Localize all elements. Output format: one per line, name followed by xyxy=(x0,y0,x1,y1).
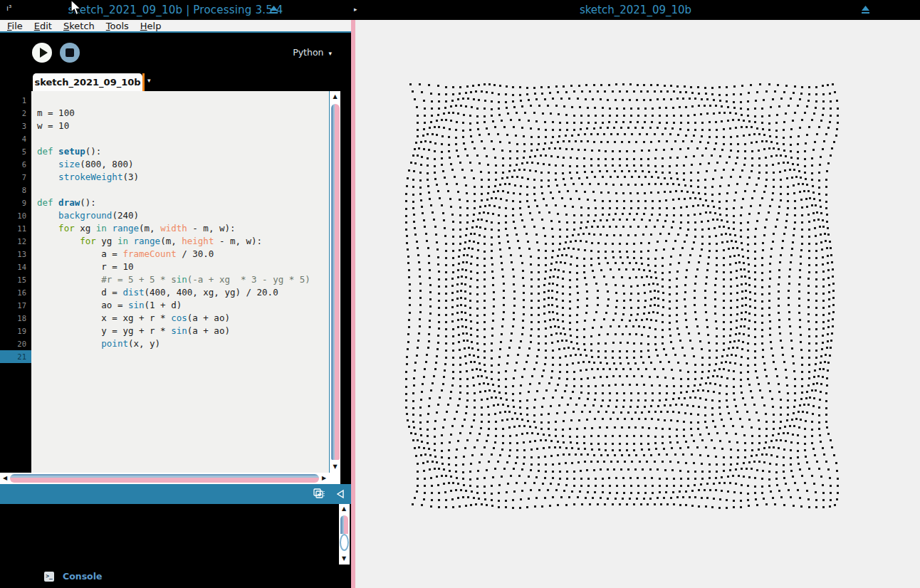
sketch-canvas-area xyxy=(351,20,920,588)
console-panel: ▲ ▼ >_ Console xyxy=(0,504,351,588)
console-tab[interactable]: >_ Console xyxy=(44,571,102,582)
code-line-text: for xg in range(m, width - m, w): xyxy=(31,222,236,235)
ide-titlebar: ı³ sketch_2021_09_10b | Processing 3.5.4 xyxy=(0,0,351,20)
code-line-text: for yg in range(m, height - m, w): xyxy=(31,235,262,248)
scroll-down-icon[interactable]: ▼ xyxy=(339,554,349,564)
line-number: 20 xyxy=(0,337,31,350)
line-number: 3 xyxy=(0,120,31,132)
line-number: 10 xyxy=(0,209,31,222)
code-line-text: ao = sin(1 + d) xyxy=(31,299,182,312)
console-scroll-thumb[interactable] xyxy=(340,515,348,534)
scrollbar-corner xyxy=(329,473,340,484)
console-scrollbar[interactable]: ▲ ▼ xyxy=(339,504,350,565)
scroll-down-icon[interactable]: ▼ xyxy=(330,461,340,473)
code-line[interactable]: 5def setup(): xyxy=(0,145,329,158)
scroll-up-icon[interactable]: ▲ xyxy=(330,91,340,103)
code-line[interactable]: 3w = 10 xyxy=(0,120,329,132)
code-line[interactable]: 10 background(240) xyxy=(0,209,329,222)
collapse-console-icon[interactable] xyxy=(335,489,345,499)
code-line[interactable]: 8 xyxy=(0,184,329,196)
run-button[interactable] xyxy=(32,43,52,63)
code-line-text: def draw(): xyxy=(31,196,96,209)
code-line-text: #r = 5 + 5 * sin(-a + xg * 3 - yg * 5) xyxy=(31,273,310,286)
eject-icon[interactable] xyxy=(861,6,870,14)
code-line-text xyxy=(31,132,37,145)
code-line[interactable]: 12 for yg in range(m, height - m, w): xyxy=(0,235,329,248)
mouse-pointer-icon xyxy=(69,0,83,17)
tab-strip: sketch_2021_09_10b ▾ xyxy=(0,71,351,91)
code-line[interactable]: 9def draw(): xyxy=(0,196,329,209)
line-number: 15 xyxy=(0,273,31,286)
toolbar: Python▾ xyxy=(0,34,351,71)
menu-item-edit[interactable]: Edit xyxy=(34,21,52,31)
stop-button[interactable] xyxy=(60,43,80,63)
scroll-up-icon[interactable]: ▲ xyxy=(339,504,349,514)
code-line[interactable]: 20 point(x, y) xyxy=(0,337,329,350)
code-line-text: x = xg + r * cos(a + ao) xyxy=(31,312,230,325)
menu-item-tools[interactable]: Tools xyxy=(106,21,129,31)
line-number: 7 xyxy=(0,171,31,184)
tab-menu-caret-icon[interactable]: ▾ xyxy=(147,77,151,84)
menu-item-sketch[interactable]: Sketch xyxy=(63,21,95,31)
mode-selector[interactable]: Python▾ xyxy=(293,47,332,58)
editor-hscroll-thumb[interactable] xyxy=(10,474,319,483)
line-number: 16 xyxy=(0,286,31,299)
code-line[interactable]: 16 d = dist(400, 400, xg, yg) / 20.0 xyxy=(0,286,329,299)
dot-pattern-canvas xyxy=(351,20,910,588)
sketch-window-title: sketch_2021_09_10b xyxy=(351,4,920,16)
sketch-titlebar: ▸ sketch_2021_09_10b xyxy=(351,0,920,20)
code-line[interactable]: 13 a = frameCount / 30.0 xyxy=(0,248,329,261)
code-line[interactable]: 4 xyxy=(0,132,329,145)
code-line-text: m = 100 xyxy=(31,107,75,120)
stop-icon xyxy=(66,48,74,57)
code-line-text: r = 10 xyxy=(31,261,133,273)
play-icon xyxy=(40,48,48,58)
mode-selector-label: Python xyxy=(293,47,323,58)
code-line[interactable]: 14 r = 10 xyxy=(0,261,329,273)
code-line-text: a = frameCount / 30.0 xyxy=(31,248,214,261)
code-line[interactable]: 21 xyxy=(0,350,329,363)
code-editor[interactable]: 12m = 1003w = 1045def setup():6 size(800… xyxy=(0,91,329,473)
console-tab-label: Console xyxy=(63,571,102,582)
code-line-text: w = 10 xyxy=(31,120,69,132)
code-line[interactable]: 17 ao = sin(1 + d) xyxy=(0,299,329,312)
code-line[interactable]: 7 strokeWeight(3) xyxy=(0,171,329,184)
tab-sketch[interactable]: sketch_2021_09_10b xyxy=(33,73,142,91)
code-line-text xyxy=(31,94,37,107)
terminal-icon: >_ xyxy=(44,572,54,582)
code-line[interactable]: 18 x = xg + r * cos(a + ao) xyxy=(0,312,329,325)
editor-vertical-scrollbar[interactable]: ▲ ▼ xyxy=(329,91,340,473)
code-line-text xyxy=(31,350,37,363)
menu-item-file[interactable]: File xyxy=(7,21,23,31)
code-line[interactable]: 2m = 100 xyxy=(0,107,329,120)
line-number: 1 xyxy=(0,94,31,107)
code-line[interactable]: 6 size(800, 800) xyxy=(0,158,329,171)
code-line-text: background(240) xyxy=(31,209,139,222)
line-number: 2 xyxy=(0,107,31,120)
line-number: 8 xyxy=(0,184,31,196)
code-line-text: d = dist(400, 400, xg, yg) / 20.0 xyxy=(31,286,278,299)
copy-errors-icon[interactable] xyxy=(313,488,325,500)
menu-item-help[interactable]: Help xyxy=(140,21,162,31)
editor-horizontal-scrollbar[interactable]: ◀ ▶ xyxy=(0,473,329,484)
line-number: 5 xyxy=(0,145,31,158)
scroll-right-icon[interactable]: ▶ xyxy=(319,473,329,484)
chevron-down-icon: ▾ xyxy=(328,50,332,57)
message-bar xyxy=(0,484,351,504)
line-number: 12 xyxy=(0,235,31,248)
processing-ide-window: ı³ sketch_2021_09_10b | Processing 3.5.4… xyxy=(0,0,351,588)
ide-window-title: sketch_2021_09_10b | Processing 3.5.4 xyxy=(0,4,351,16)
code-line[interactable]: 15 #r = 5 + 5 * sin(-a + xg * 3 - yg * 5… xyxy=(0,273,329,286)
code-line-text: strokeWeight(3) xyxy=(31,171,139,184)
line-number: 21 xyxy=(0,350,31,363)
line-number: 9 xyxy=(0,196,31,209)
code-line[interactable]: 1 xyxy=(0,94,329,107)
line-number: 11 xyxy=(0,222,31,235)
code-line[interactable]: 19 y = yg + r * sin(a + ao) xyxy=(0,325,329,337)
editor-vscroll-thumb[interactable] xyxy=(331,104,340,460)
tab-accent-divider xyxy=(142,73,145,91)
console-scroll-knob[interactable] xyxy=(340,534,349,551)
scroll-left-icon[interactable]: ◀ xyxy=(0,473,10,484)
eject-icon[interactable] xyxy=(269,6,278,14)
code-line[interactable]: 11 for xg in range(m, width - m, w): xyxy=(0,222,329,235)
